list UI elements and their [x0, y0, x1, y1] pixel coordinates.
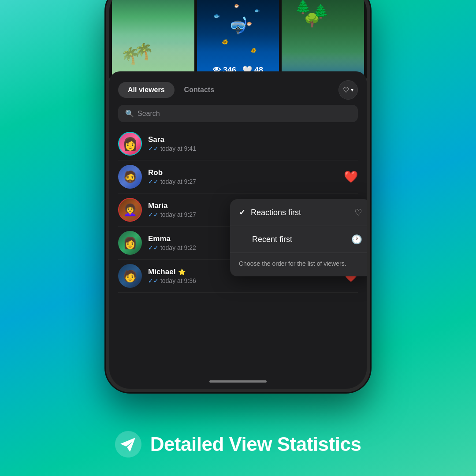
dropdown-item-recent-first[interactable]: Recent first 🕐: [230, 226, 370, 253]
reactions-first-left: ✓ Reactions first: [239, 208, 301, 217]
checkmarks-maria: ✓✓: [148, 211, 160, 218]
chevron-down-icon: ▾: [351, 87, 353, 93]
telegram-logo: [115, 431, 141, 457]
dropdown-item-reactions-first[interactable]: ✓ Reactions first ♡: [230, 199, 370, 226]
sheet-header: All viewers Contacts ♡ ▾: [109, 71, 367, 105]
heart-sort-icon: ♡: [343, 86, 349, 94]
reaction-rob: ❤️: [344, 170, 358, 184]
tab-contacts[interactable]: Contacts: [175, 82, 224, 98]
recent-first-label: Recent first: [252, 235, 292, 244]
sort-filter-button[interactable]: ♡ ▾: [338, 80, 358, 100]
story-ocean: 🐟 🐡 🐠 🐟 🐠 🐡 🤿 👁 346 🤍 48: [197, 0, 279, 78]
checkmarks-rob: ✓✓: [148, 178, 160, 185]
search-icon: 🔍: [125, 109, 134, 118]
phone-container: 🌴 🌴 🐟 🐡 🐠 🐟 🐠 🐡 🤿 👁 346: [106, 0, 370, 392]
home-indicator: [209, 380, 267, 383]
search-placeholder: Search: [138, 110, 160, 118]
viewer-name-sara: Sara: [148, 135, 358, 144]
avatar-michael: [118, 264, 142, 288]
clock-icon-dropdown: 🕐: [351, 234, 362, 245]
viewer-info-rob: Rob ✓✓ today at 9:27: [148, 168, 338, 185]
viewer-item-sara[interactable]: Sara ✓✓ today at 9:41: [118, 127, 358, 160]
dropdown-info-text: Choose the order for the list of viewers…: [230, 253, 370, 276]
fish-3: 🐠: [222, 39, 228, 45]
viewer-time-sara: ✓✓ today at 9:41: [148, 145, 358, 152]
premium-star-michael: ⭐: [178, 268, 186, 275]
checkmark-reactions: ✓: [239, 208, 245, 217]
fish-1: 🐟: [213, 12, 220, 19]
tabs-row: All viewers Contacts: [118, 82, 334, 98]
checkmarks-sara: ✓✓: [148, 145, 160, 152]
bottom-text-section: Detailed View Statistics: [0, 412, 476, 476]
sort-dropdown: ✓ Reactions first ♡ Recent first 🕐 Choos…: [230, 199, 370, 276]
island-tree-3: 🌳: [304, 12, 320, 28]
fish-5: 🐠: [250, 48, 257, 53]
heart-icon-dropdown: ♡: [354, 207, 362, 218]
viewer-info-sara: Sara ✓✓ today at 9:41: [148, 135, 358, 152]
viewer-time-rob: ✓✓ today at 9:27: [148, 178, 338, 185]
bottom-sheet: All viewers Contacts ♡ ▾ 🔍 Search: [109, 71, 367, 389]
fish-4: 🐟: [254, 8, 260, 13]
tab-all-viewers[interactable]: All viewers: [118, 82, 175, 98]
bottom-title: Detailed View Statistics: [150, 433, 361, 455]
story-beach: 🌴 🌴: [112, 0, 194, 78]
recent-first-left: Recent first: [239, 235, 292, 244]
checkmarks-emma: ✓✓: [148, 244, 160, 251]
search-bar[interactable]: 🔍 Search: [118, 105, 358, 122]
story-images: 🌴 🌴 🐟 🐡 🐠 🐟 🐠 🐡 🤿 👁 346: [109, 0, 367, 78]
viewer-name-rob: Rob: [148, 168, 338, 177]
checkmarks-michael: ✓✓: [148, 277, 160, 284]
avatar-maria: [118, 198, 142, 222]
story-island: 🌲 🌲 🌳: [282, 0, 364, 78]
avatar-emma: [118, 231, 142, 255]
avatar-sara: [118, 132, 142, 156]
diver-icon: 🤿: [228, 16, 248, 35]
reactions-first-label: Reactions first: [251, 208, 301, 217]
fish-6: 🐡: [234, 4, 239, 8]
viewer-item-rob[interactable]: Rob ✓✓ today at 9:27 ❤️: [118, 160, 358, 193]
viewer-time-michael: ✓✓ today at 9:36: [148, 277, 338, 284]
phone-frame: 🌴 🌴 🐟 🐡 🐠 🐟 🐠 🐡 🤿 👁 346: [106, 0, 370, 392]
avatar-rob: [118, 165, 142, 189]
